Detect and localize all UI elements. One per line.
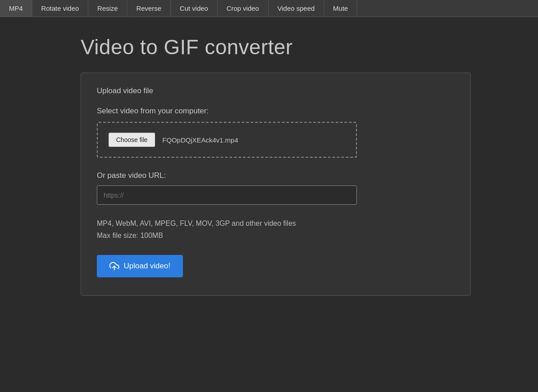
upload-button-label: Upload video! — [124, 262, 170, 271]
nav-bar: MP4 Rotate video Resize Reverse Cut vide… — [0, 0, 538, 17]
choose-file-button[interactable]: Choose file — [108, 133, 155, 147]
nav-item-mp4[interactable]: MP4 — [0, 0, 32, 17]
url-input[interactable] — [97, 185, 357, 205]
formats-line1: MP4, WebM, AVI, MPEG, FLV, MOV, 3GP and … — [97, 217, 455, 229]
url-label: Or paste video URL: — [97, 171, 455, 180]
nav-item-crop[interactable]: Crop video — [217, 0, 269, 17]
formats-info: MP4, WebM, AVI, MPEG, FLV, MOV, 3GP and … — [97, 217, 455, 241]
main-content: Video to GIF converter Upload video file… — [0, 17, 538, 314]
nav-item-mute[interactable]: Mute — [324, 0, 357, 17]
selected-file-name: FQOpDQjXEAck4v1.mp4 — [162, 136, 238, 144]
nav-item-reverse[interactable]: Reverse — [127, 0, 171, 17]
nav-item-cut[interactable]: Cut video — [171, 0, 217, 17]
upload-button[interactable]: Upload video! — [97, 255, 183, 277]
file-section-label: Select video from your computer: — [97, 107, 455, 116]
upload-card-title: Upload video file — [97, 86, 455, 95]
nav-item-resize[interactable]: Resize — [88, 0, 127, 17]
upload-cloud-icon — [109, 261, 119, 271]
formats-line2: Max file size: 100MB — [97, 229, 455, 241]
page-title: Video to GIF converter — [81, 35, 538, 59]
upload-card: Upload video file Select video from your… — [81, 73, 471, 296]
file-input-area: Choose file FQOpDQjXEAck4v1.mp4 — [97, 122, 357, 158]
nav-item-speed[interactable]: Video speed — [269, 0, 324, 17]
nav-item-rotate[interactable]: Rotate video — [32, 0, 88, 17]
